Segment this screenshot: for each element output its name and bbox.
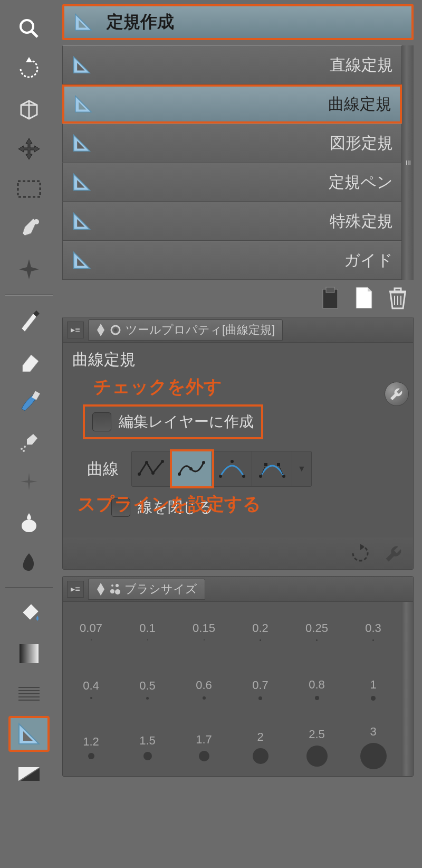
- svg-point-27: [138, 473, 141, 476]
- polyline-icon: [137, 458, 167, 479]
- brush-size-panel: ▸≡ ブラシサイズ 0.070.10.150.20.250.30.40.50.6…: [62, 576, 414, 777]
- curve-spline[interactable]: [172, 451, 212, 486]
- page-icon: [354, 286, 374, 309]
- droplet-icon: [17, 510, 41, 533]
- brush-size-cell[interactable]: 2.5: [289, 718, 345, 776]
- brush-dot-icon: [360, 743, 387, 769]
- brush-size-cell[interactable]: 0.25: [289, 602, 345, 660]
- brush-size-cell[interactable]: 0.8: [289, 660, 345, 718]
- liquify-tool[interactable]: [8, 544, 50, 580]
- subtool-curve-ruler[interactable]: 曲線定規: [62, 84, 402, 124]
- subtool-label: 図形定規: [330, 133, 393, 154]
- new-page-button[interactable]: [350, 285, 378, 310]
- reset-button[interactable]: [347, 541, 374, 566]
- brush-size-cell[interactable]: 0.2: [232, 602, 289, 660]
- brush-size-cell[interactable]: 1.7: [176, 718, 232, 776]
- zoom-tool[interactable]: [8, 11, 50, 46]
- brush-size-cell[interactable]: 0.15: [176, 602, 232, 660]
- brush-size-cell[interactable]: 0.07: [63, 602, 119, 660]
- brush-size-value: 0.5: [139, 679, 156, 693]
- subtool-guide[interactable]: ガイド: [62, 241, 402, 280]
- pen-tool[interactable]: [8, 303, 50, 339]
- create-on-layer-checkbox[interactable]: [92, 412, 111, 431]
- brush-tab[interactable]: ブラシサイズ: [88, 579, 205, 600]
- brush-size-cell[interactable]: 1: [345, 660, 401, 718]
- decoration-tool[interactable]: [8, 251, 50, 287]
- brush-dot-icon: [143, 752, 152, 760]
- move-arrows-icon: [16, 136, 42, 162]
- subtool-figure-ruler[interactable]: 図形定規: [62, 124, 402, 163]
- panel-header: ▸≡ ツールプロパティ[曲線定規]: [63, 317, 413, 343]
- svg-point-28: [145, 461, 148, 464]
- subtool-ruler-pen[interactable]: 定規ペン: [62, 163, 402, 202]
- brush-size-cell[interactable]: 0.4: [63, 660, 119, 718]
- brush-size-cell[interactable]: 3: [345, 718, 401, 776]
- triangle-ruler-icon: [16, 721, 42, 747]
- brush-size-cell[interactable]: 1.2: [63, 718, 119, 776]
- brush-size-value: 0.4: [83, 679, 99, 693]
- subtool-special-ruler[interactable]: 特殊定規: [62, 202, 402, 241]
- brush-size-cell[interactable]: 2: [232, 718, 289, 776]
- tool-group-header[interactable]: 定規作成: [62, 4, 414, 40]
- wrench-button[interactable]: [385, 382, 409, 406]
- brush-size-cell[interactable]: 0.3: [345, 602, 401, 660]
- brush-size-value: 0.15: [193, 621, 215, 635]
- plus-sparkle-icon: [18, 471, 40, 492]
- ruler-tool[interactable]: [8, 716, 50, 752]
- brush-size-value: 0.1: [139, 621, 156, 635]
- svg-point-30: [161, 460, 164, 463]
- subtool-label: ガイド: [344, 250, 393, 271]
- svg-point-6: [21, 448, 23, 450]
- curve-bezier-quadratic[interactable]: [212, 451, 252, 486]
- fill-tool[interactable]: [8, 596, 50, 631]
- brush-size-cell[interactable]: 1.5: [119, 718, 176, 776]
- perspective-tool[interactable]: [8, 91, 50, 127]
- airbrush-tool[interactable]: [8, 423, 50, 459]
- svg-line-1: [31, 31, 37, 37]
- curve-bezier-cubic[interactable]: [252, 451, 292, 486]
- subtool-straight-ruler[interactable]: 直線定規: [62, 45, 402, 84]
- brush-scrollbar[interactable]: [401, 602, 413, 776]
- dock-button[interactable]: ▸≡: [67, 581, 84, 598]
- subtool-scrollbar[interactable]: ≡: [402, 45, 414, 280]
- magnifier-icon: [17, 17, 41, 40]
- marquee-icon: [17, 180, 41, 198]
- move-tool[interactable]: [8, 131, 50, 167]
- marquee-tool[interactable]: [8, 171, 50, 207]
- brush-size-cell[interactable]: 0.1: [119, 602, 176, 660]
- brush-size-value: 1: [370, 678, 376, 692]
- brush-size-cell[interactable]: 0.5: [119, 660, 176, 718]
- wrench-icon: [385, 544, 404, 563]
- brush-size-cell[interactable]: 0.6: [176, 660, 232, 718]
- brush-size-value: 2.5: [309, 728, 325, 741]
- eyedropper-tool[interactable]: [8, 211, 50, 247]
- gradient-tool[interactable]: [8, 636, 50, 672]
- svg-point-34: [219, 475, 222, 478]
- svg-point-39: [259, 475, 262, 478]
- delete-button[interactable]: [384, 285, 411, 310]
- detail-wrench-button[interactable]: [380, 541, 408, 566]
- panel-header: ▸≡ ブラシサイズ: [63, 577, 413, 602]
- brush-tool[interactable]: [8, 383, 50, 419]
- svg-marker-2: [26, 57, 32, 62]
- svg-point-36: [242, 475, 245, 478]
- eraser-tool[interactable]: [8, 343, 50, 379]
- property-tab[interactable]: ツールプロパティ[曲線定規]: [88, 319, 283, 341]
- dodge-tool[interactable]: [8, 464, 50, 499]
- svg-rect-42: [277, 463, 280, 466]
- tone-tool[interactable]: [8, 676, 50, 712]
- rotate-tool[interactable]: [8, 51, 50, 87]
- dock-button[interactable]: ▸≡: [67, 322, 84, 338]
- svg-rect-41: [264, 463, 267, 466]
- property-footer: [63, 537, 413, 569]
- brush-size-value: 0.2: [252, 621, 268, 635]
- brush-size-cell[interactable]: 0.7: [232, 660, 289, 718]
- main-panel-area: 定規作成 直線定規 曲線定規 図形定規 定規ペン 特殊定規: [58, 0, 422, 868]
- curve-polyline[interactable]: [132, 451, 172, 486]
- svg-point-31: [178, 473, 181, 476]
- frame-tool[interactable]: [8, 756, 50, 792]
- toolbar-divider: [5, 587, 53, 588]
- blend-tool[interactable]: [8, 504, 50, 540]
- clipboard-button[interactable]: [316, 285, 344, 310]
- curve-dropdown[interactable]: ▼: [292, 464, 311, 474]
